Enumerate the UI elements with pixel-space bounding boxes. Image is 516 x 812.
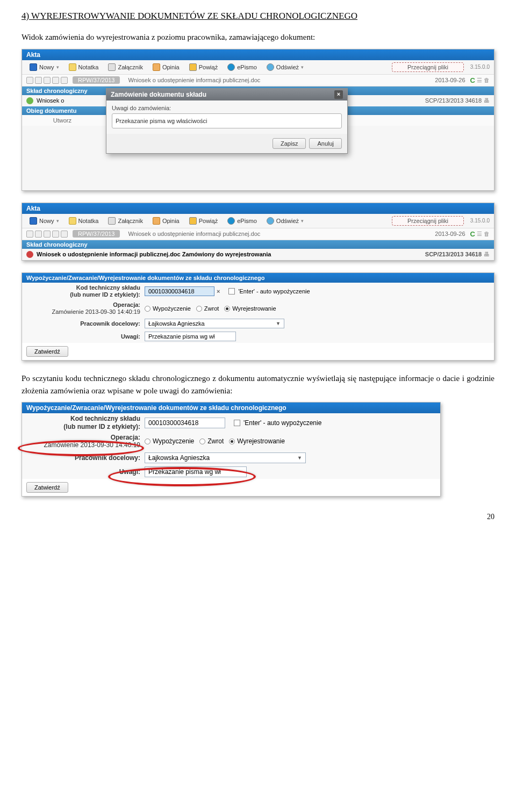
radio-zwrot[interactable]: Zwrot — [196, 305, 219, 312]
powiaz-label: Powiąż — [199, 218, 218, 224]
epismo-button[interactable]: ePismo — [224, 216, 260, 226]
akta-header: Akta — [22, 49, 494, 60]
mini-icon[interactable] — [35, 231, 42, 238]
attachment-icon — [108, 217, 116, 225]
note-icon — [69, 63, 76, 71]
uwagi-row: Uwagi: — [22, 465, 440, 479]
epismo-icon — [227, 63, 235, 71]
nowy-button[interactable]: Nowy ▾ — [26, 62, 62, 72]
odswiez-button[interactable]: Odśwież ▾ — [263, 216, 307, 226]
file-name: Wniosek o udostępnienie informacji publi… — [125, 77, 433, 83]
radio-icon — [145, 439, 150, 444]
kod-label: Kod techniczny składu (lub numer ID z et… — [26, 415, 145, 430]
row-actions: C ☰ 🗑 — [470, 230, 490, 238]
version-text: 3.15.0.0 — [470, 64, 490, 70]
operacja-label-text: Operacja: — [26, 301, 140, 308]
mini-icon[interactable] — [44, 77, 51, 84]
file-name: Wniosek o udostępnienie informacji publi… — [125, 231, 433, 237]
powiaz-button[interactable]: Powiąż — [186, 62, 221, 72]
radio-wypozyczenie[interactable]: Wypożyczenie — [145, 305, 191, 312]
refresh-green-icon[interactable]: C — [470, 230, 475, 238]
pracownik-combo[interactable]: Łajkowska Agnieszka ▼ — [145, 319, 284, 328]
print-icon[interactable]: 🖶 — [484, 251, 490, 257]
radio-wyrejestrowanie[interactable]: Wyrejestrowanie — [229, 437, 285, 445]
drag-files-area[interactable]: Przeciągnij pliki — [392, 62, 464, 72]
akta-panel-2: Akta Nowy ▾ Notatka Załącznik Opinia Pow… — [22, 203, 494, 261]
row-actions: C ☰ 🗑 — [470, 76, 490, 84]
mini-icon[interactable] — [61, 231, 68, 238]
auto-checkbox[interactable] — [234, 420, 240, 426]
mini-icon[interactable] — [44, 231, 51, 238]
modal-close-button[interactable]: × — [334, 90, 343, 99]
plus-icon[interactable] — [26, 97, 33, 104]
mini-icon[interactable] — [52, 77, 59, 84]
radio-zwrot[interactable]: Zwrot — [199, 437, 224, 445]
opinia-button[interactable]: Opinia — [149, 62, 183, 72]
radio-label: Wyrejestrowanie — [237, 437, 285, 445]
list-icon[interactable]: ☰ — [477, 77, 482, 84]
zatwierdz-button[interactable]: Zatwierdź — [26, 346, 68, 357]
pracownik-combo[interactable]: Łajkowska Agnieszka ▼ — [145, 452, 306, 463]
dropdown-caret-icon: ▾ — [56, 218, 59, 224]
radio-wypozyczenie[interactable]: Wypożyczenie — [145, 437, 194, 445]
operacja-label: Operacja: Zamówienie 2013-09-30 14:40:19 — [26, 434, 145, 449]
nowy-button[interactable]: Nowy ▾ — [26, 216, 62, 226]
print-icon[interactable]: 🖶 — [484, 97, 490, 104]
uwagi-input[interactable] — [145, 466, 247, 477]
zalacznik-button[interactable]: Załącznik — [105, 216, 146, 226]
auto-checkbox[interactable] — [228, 288, 235, 294]
zalacznik-label: Załącznik — [118, 218, 142, 224]
epismo-button[interactable]: ePismo — [224, 62, 260, 72]
zamowienie-text: Zamówienie 2013-09-30 14:40:19 — [26, 441, 140, 449]
trash-icon[interactable]: 🗑 — [484, 77, 490, 83]
uwagi-label: Uwagi: — [26, 333, 145, 340]
clear-icon[interactable]: × — [217, 288, 220, 294]
trash-icon[interactable]: 🗑 — [484, 231, 490, 237]
mini-icon[interactable] — [26, 231, 33, 238]
notatka-label: Notatka — [78, 218, 99, 224]
intro-text: Widok zamówienia do wyrejestrowania z po… — [22, 31, 494, 44]
mini-icon[interactable] — [61, 77, 68, 84]
refresh-green-icon[interactable]: C — [470, 76, 475, 84]
loan-form-panel-1: Wypożyczanie/Zwracanie/Wyrejestrowanie d… — [22, 272, 494, 361]
radio-wyrejestrowanie[interactable]: Wyrejestrowanie — [224, 305, 276, 312]
enter-hint: 'Enter' - auto wypożyczenie — [238, 288, 310, 294]
opinia-button[interactable]: Opinia — [149, 216, 183, 226]
cancel-button[interactable]: Anuluj — [309, 138, 342, 149]
link-icon — [189, 63, 197, 71]
zalacznik-button[interactable]: Załącznik — [105, 62, 146, 72]
modal-remarks-input[interactable] — [112, 113, 342, 128]
save-button[interactable]: Zapisz — [273, 138, 306, 149]
notatka-button[interactable]: Notatka — [66, 62, 102, 72]
odswiez-button[interactable]: Odśwież ▾ — [263, 62, 307, 72]
mini-icon[interactable] — [26, 77, 33, 84]
opinia-label: Opinia — [162, 64, 180, 70]
zalacznik-label: Załącznik — [118, 64, 142, 70]
epismo-label: ePismo — [237, 64, 257, 70]
mid-paragraph: Po sczytaniu kodu technicznego składu ch… — [22, 372, 494, 397]
note-icon — [69, 217, 76, 225]
page-number: 20 — [22, 513, 494, 521]
loan-form-panel-marked: Wypożyczanie/Zwracanie/Wyrejestrowanie d… — [22, 402, 441, 497]
sklad-row: Wniosek o udostępnienie informacji publi… — [22, 249, 494, 260]
mini-icon[interactable] — [35, 77, 42, 84]
zatwierdz-button[interactable]: Zatwierdź — [26, 482, 68, 493]
epismo-label: ePismo — [237, 218, 257, 224]
drag-files-area[interactable]: Przeciągnij pliki — [392, 216, 464, 226]
radio-icon — [224, 306, 230, 312]
kod-input[interactable] — [145, 286, 214, 296]
mini-icon[interactable] — [52, 231, 59, 238]
radio-label: Wyrejestrowanie — [232, 305, 276, 312]
combo-value: Łajkowska Agnieszka — [148, 320, 205, 327]
uwagi-input[interactable] — [145, 332, 236, 341]
operacja-label: Operacja: Zamówienie 2013-09-30 14:40:19 — [26, 301, 145, 315]
toolbar: Nowy ▾ Notatka Załącznik Opinia Powiąż e… — [22, 60, 494, 75]
opinion-icon — [153, 217, 160, 225]
operacja-label-text: Operacja: — [26, 434, 140, 441]
powiaz-button[interactable]: Powiąż — [186, 216, 221, 226]
scp-text: SCP/213/2013 34618 — [425, 97, 482, 104]
x-icon[interactable] — [26, 251, 33, 258]
list-icon[interactable]: ☰ — [477, 231, 482, 238]
kod-input[interactable] — [145, 418, 225, 428]
notatka-button[interactable]: Notatka — [66, 216, 102, 226]
